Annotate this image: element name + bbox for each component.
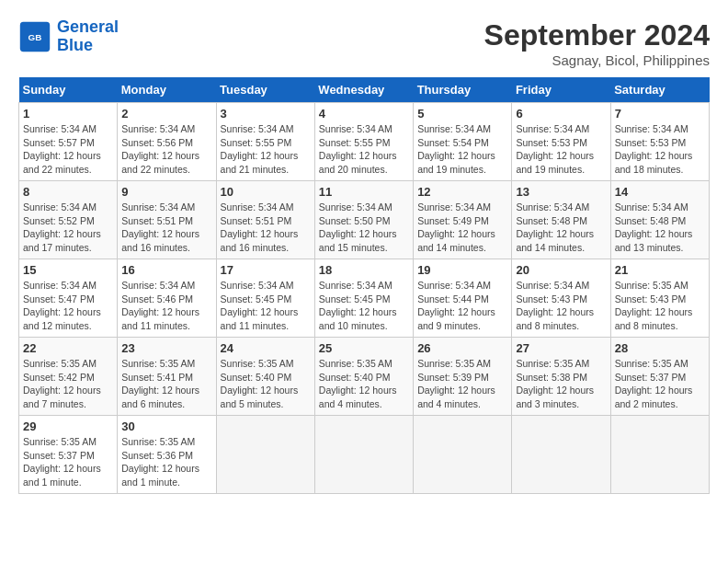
day-detail: Sunrise: 5:35 AM Sunset: 5:37 PM Dayligh… — [615, 357, 705, 411]
day-number: 18 — [319, 263, 409, 277]
day-number: 29 — [23, 419, 113, 433]
calendar-week-4: 22Sunrise: 5:35 AM Sunset: 5:42 PM Dayli… — [19, 338, 710, 416]
day-detail: Sunrise: 5:34 AM Sunset: 5:50 PM Dayligh… — [319, 201, 409, 255]
svg-text:GB: GB — [28, 31, 42, 41]
calendar-cell: 13Sunrise: 5:34 AM Sunset: 5:48 PM Dayli… — [512, 181, 610, 259]
logo-icon: GB — [18, 20, 51, 53]
calendar-cell: 19Sunrise: 5:34 AM Sunset: 5:44 PM Dayli… — [414, 259, 512, 338]
day-number: 26 — [417, 341, 507, 355]
day-detail: Sunrise: 5:34 AM Sunset: 5:44 PM Dayligh… — [417, 279, 507, 333]
calendar-cell — [610, 416, 709, 494]
day-number: 14 — [615, 185, 705, 199]
calendar-cell: 29Sunrise: 5:35 AM Sunset: 5:37 PM Dayli… — [19, 416, 118, 494]
calendar-cell: 3Sunrise: 5:34 AM Sunset: 5:55 PM Daylig… — [216, 103, 314, 181]
calendar-cell: 6Sunrise: 5:34 AM Sunset: 5:53 PM Daylig… — [512, 103, 610, 181]
day-detail: Sunrise: 5:34 AM Sunset: 5:52 PM Dayligh… — [23, 201, 113, 255]
day-number: 5 — [417, 107, 507, 121]
calendar-cell: 24Sunrise: 5:35 AM Sunset: 5:40 PM Dayli… — [216, 338, 314, 416]
calendar-cell: 25Sunrise: 5:35 AM Sunset: 5:40 PM Dayli… — [314, 338, 413, 416]
day-number: 4 — [319, 107, 409, 121]
day-detail: Sunrise: 5:34 AM Sunset: 5:45 PM Dayligh… — [221, 279, 311, 333]
day-detail: Sunrise: 5:35 AM Sunset: 5:42 PM Dayligh… — [23, 357, 113, 411]
day-number: 19 — [417, 263, 507, 277]
calendar-table: SundayMondayTuesdayWednesdayThursdayFrid… — [18, 77, 710, 494]
day-number: 13 — [516, 185, 606, 199]
day-number: 24 — [221, 341, 311, 355]
day-detail: Sunrise: 5:35 AM Sunset: 5:38 PM Dayligh… — [516, 357, 606, 411]
day-number: 27 — [516, 341, 606, 355]
day-detail: Sunrise: 5:34 AM Sunset: 5:55 PM Dayligh… — [221, 122, 311, 177]
location-subtitle: Sagnay, Bicol, Philippines — [484, 52, 710, 68]
day-detail: Sunrise: 5:35 AM Sunset: 5:37 PM Dayligh… — [23, 435, 113, 489]
weekday-header-saturday: Saturday — [610, 77, 709, 103]
day-number: 23 — [121, 341, 211, 355]
day-detail: Sunrise: 5:34 AM Sunset: 5:53 PM Dayligh… — [615, 122, 705, 177]
calendar-cell: 16Sunrise: 5:34 AM Sunset: 5:46 PM Dayli… — [118, 259, 216, 338]
day-number: 20 — [516, 263, 606, 277]
day-number: 22 — [23, 341, 113, 355]
day-detail: Sunrise: 5:34 AM Sunset: 5:51 PM Dayligh… — [121, 201, 211, 255]
day-detail: Sunrise: 5:34 AM Sunset: 5:48 PM Dayligh… — [516, 201, 606, 255]
day-detail: Sunrise: 5:35 AM Sunset: 5:40 PM Dayligh… — [319, 357, 409, 411]
calendar-cell: 30Sunrise: 5:35 AM Sunset: 5:36 PM Dayli… — [118, 416, 216, 494]
day-detail: Sunrise: 5:35 AM Sunset: 5:40 PM Dayligh… — [221, 357, 311, 411]
day-detail: Sunrise: 5:35 AM Sunset: 5:43 PM Dayligh… — [615, 279, 705, 333]
day-number: 2 — [121, 107, 211, 121]
calendar-cell: 9Sunrise: 5:34 AM Sunset: 5:51 PM Daylig… — [118, 181, 216, 259]
day-number: 10 — [221, 185, 311, 199]
day-detail: Sunrise: 5:34 AM Sunset: 5:54 PM Dayligh… — [417, 122, 507, 177]
calendar-cell — [512, 416, 610, 494]
day-number: 9 — [121, 185, 211, 199]
calendar-cell: 10Sunrise: 5:34 AM Sunset: 5:51 PM Dayli… — [216, 181, 314, 259]
weekday-header-wednesday: Wednesday — [314, 77, 413, 103]
logo-text: General Blue — [57, 18, 119, 55]
calendar-cell: 21Sunrise: 5:35 AM Sunset: 5:43 PM Dayli… — [610, 259, 709, 338]
day-number: 12 — [417, 185, 507, 199]
day-number: 7 — [615, 107, 705, 121]
weekday-header-row: SundayMondayTuesdayWednesdayThursdayFrid… — [19, 77, 710, 103]
weekday-header-thursday: Thursday — [414, 77, 512, 103]
weekday-header-friday: Friday — [512, 77, 610, 103]
calendar-cell: 12Sunrise: 5:34 AM Sunset: 5:49 PM Dayli… — [414, 181, 512, 259]
calendar-cell: 2Sunrise: 5:34 AM Sunset: 5:56 PM Daylig… — [118, 103, 216, 181]
day-number: 28 — [615, 341, 705, 355]
calendar-cell: 27Sunrise: 5:35 AM Sunset: 5:38 PM Dayli… — [512, 338, 610, 416]
title-area: September 2024 Sagnay, Bicol, Philippine… — [484, 18, 710, 68]
calendar-cell: 23Sunrise: 5:35 AM Sunset: 5:41 PM Dayli… — [118, 338, 216, 416]
day-number: 1 — [23, 107, 113, 121]
day-number: 21 — [615, 263, 705, 277]
day-detail: Sunrise: 5:34 AM Sunset: 5:48 PM Dayligh… — [615, 201, 705, 255]
weekday-header-monday: Monday — [118, 77, 216, 103]
calendar-cell: 5Sunrise: 5:34 AM Sunset: 5:54 PM Daylig… — [414, 103, 512, 181]
weekday-header-tuesday: Tuesday — [216, 77, 314, 103]
calendar-cell: 8Sunrise: 5:34 AM Sunset: 5:52 PM Daylig… — [19, 181, 118, 259]
day-number: 16 — [121, 263, 211, 277]
calendar-week-1: 1Sunrise: 5:34 AM Sunset: 5:57 PM Daylig… — [19, 103, 710, 181]
calendar-week-2: 8Sunrise: 5:34 AM Sunset: 5:52 PM Daylig… — [19, 181, 710, 259]
day-number: 3 — [221, 107, 311, 121]
calendar-cell: 7Sunrise: 5:34 AM Sunset: 5:53 PM Daylig… — [610, 103, 709, 181]
calendar-cell — [314, 416, 413, 494]
calendar-cell: 20Sunrise: 5:34 AM Sunset: 5:43 PM Dayli… — [512, 259, 610, 338]
day-detail: Sunrise: 5:35 AM Sunset: 5:41 PM Dayligh… — [121, 357, 211, 411]
day-detail: Sunrise: 5:34 AM Sunset: 5:43 PM Dayligh… — [516, 279, 606, 333]
day-number: 25 — [319, 341, 409, 355]
month-title: September 2024 — [484, 18, 710, 52]
page-header: GB General Blue September 2024 Sagnay, B… — [18, 18, 710, 68]
day-detail: Sunrise: 5:34 AM Sunset: 5:49 PM Dayligh… — [417, 201, 507, 255]
calendar-cell: 18Sunrise: 5:34 AM Sunset: 5:45 PM Dayli… — [314, 259, 413, 338]
logo: GB General Blue — [18, 18, 119, 55]
calendar-week-3: 15Sunrise: 5:34 AM Sunset: 5:47 PM Dayli… — [19, 259, 710, 338]
day-detail: Sunrise: 5:35 AM Sunset: 5:39 PM Dayligh… — [417, 357, 507, 411]
day-number: 8 — [23, 185, 113, 199]
calendar-cell: 1Sunrise: 5:34 AM Sunset: 5:57 PM Daylig… — [19, 103, 118, 181]
calendar-cell: 22Sunrise: 5:35 AM Sunset: 5:42 PM Dayli… — [19, 338, 118, 416]
day-number: 15 — [23, 263, 113, 277]
day-detail: Sunrise: 5:34 AM Sunset: 5:45 PM Dayligh… — [319, 279, 409, 333]
day-number: 11 — [319, 185, 409, 199]
day-detail: Sunrise: 5:34 AM Sunset: 5:51 PM Dayligh… — [221, 201, 311, 255]
day-detail: Sunrise: 5:34 AM Sunset: 5:56 PM Dayligh… — [121, 122, 211, 177]
day-detail: Sunrise: 5:34 AM Sunset: 5:57 PM Dayligh… — [23, 122, 113, 177]
calendar-cell: 4Sunrise: 5:34 AM Sunset: 5:55 PM Daylig… — [314, 103, 413, 181]
calendar-cell: 28Sunrise: 5:35 AM Sunset: 5:37 PM Dayli… — [610, 338, 709, 416]
